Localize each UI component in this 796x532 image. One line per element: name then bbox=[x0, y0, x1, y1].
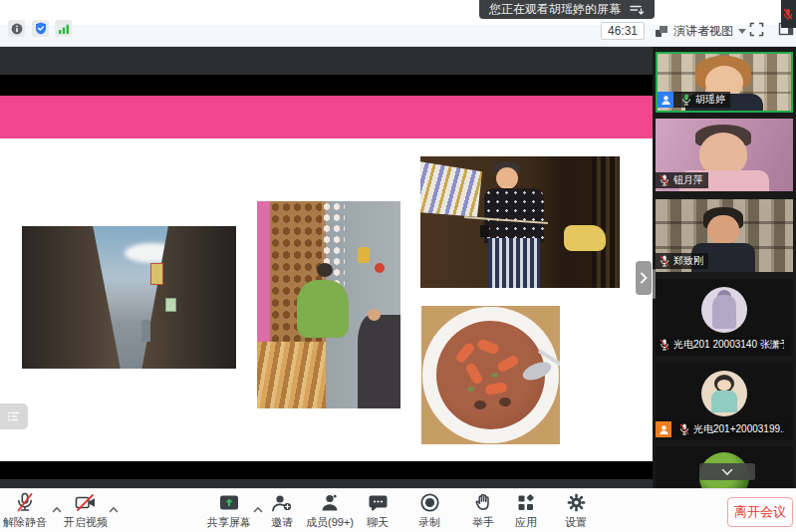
member-badge bbox=[656, 421, 671, 437]
photo-soup-mushroom bbox=[499, 398, 511, 406]
gear-icon bbox=[566, 492, 587, 513]
mic-muted-icon bbox=[660, 174, 669, 186]
participant-name-bar: 胡瑶婷 bbox=[658, 92, 730, 108]
leave-meeting-button[interactable]: 离开会议 bbox=[727, 497, 793, 527]
avatar-figure bbox=[711, 391, 737, 412]
photo-market-flutes bbox=[257, 342, 326, 408]
fullscreen-icon bbox=[749, 22, 764, 37]
person-icon bbox=[661, 95, 671, 106]
members-button[interactable]: 成员(99+) bbox=[306, 492, 354, 530]
avatar bbox=[701, 287, 747, 333]
scroll-participants-down-button[interactable] bbox=[699, 463, 755, 480]
chevron-right-icon bbox=[640, 272, 648, 284]
chevron-down-icon bbox=[738, 29, 746, 34]
mic-muted-icon bbox=[660, 339, 669, 351]
photo-market-vendor bbox=[297, 280, 349, 338]
unmute-button[interactable]: 解除静音 bbox=[3, 492, 47, 530]
photo-scale-woman-apron bbox=[488, 238, 540, 288]
meeting-app-window: 46:31 演讲者视图 您正在观看胡瑶婷的屏幕 bbox=[0, 0, 796, 532]
avatar-figure bbox=[717, 380, 731, 391]
screen-share-banner-text: 您正在观看胡瑶婷的屏幕 bbox=[489, 1, 621, 18]
shield-icon bbox=[35, 22, 47, 35]
meeting-top-toolbar: 46:31 演讲者视图 bbox=[0, 25, 796, 47]
photo-scale-woman-head bbox=[496, 167, 518, 189]
collapse-menu-icon[interactable] bbox=[630, 4, 645, 16]
network-quality-button[interactable] bbox=[55, 20, 72, 37]
mic-muted-icon bbox=[783, 8, 793, 21]
layout-icon bbox=[655, 25, 668, 38]
meeting-info-button[interactable] bbox=[8, 20, 25, 37]
shared-slide bbox=[0, 96, 653, 461]
start-video-button[interactable]: 开启视频 bbox=[64, 492, 108, 530]
floating-mini-window[interactable] bbox=[781, 0, 796, 28]
photo-market-red-lantern bbox=[375, 263, 385, 273]
chat-icon bbox=[368, 493, 389, 513]
participant-tile-zhengzhigang[interactable]: 郑致刚 bbox=[656, 199, 793, 272]
apps-grid-icon bbox=[516, 493, 536, 513]
share-options-chevron[interactable] bbox=[253, 499, 263, 517]
photo-street-flag bbox=[150, 263, 163, 285]
photo-scale-bag bbox=[564, 225, 606, 251]
record-button[interactable]: 录制 bbox=[418, 492, 440, 530]
network-signal-icon bbox=[58, 23, 70, 35]
participant-name-bar: 光电201 20003140 张潇予 bbox=[656, 337, 789, 353]
photo-soup-scallion bbox=[467, 387, 474, 392]
avatar bbox=[701, 371, 747, 416]
slide-pink-title-bar bbox=[0, 96, 653, 138]
person-icon bbox=[659, 424, 669, 435]
host-badge bbox=[658, 92, 673, 108]
share-screen-button[interactable]: 共享屏幕 bbox=[207, 492, 251, 530]
photo-shop-scale bbox=[420, 156, 620, 288]
share-screen-icon bbox=[218, 493, 240, 513]
shared-screen-stage bbox=[0, 47, 653, 488]
photo-market-lantern bbox=[358, 247, 370, 263]
shared-slide-letterbox bbox=[0, 75, 653, 479]
photo-market-crowd bbox=[358, 315, 400, 408]
meeting-timer: 46:31 bbox=[601, 22, 645, 40]
record-icon bbox=[419, 492, 440, 513]
info-icon bbox=[11, 23, 23, 35]
participant-name: 钮月萍 bbox=[673, 173, 703, 187]
chat-button[interactable]: 聊天 bbox=[367, 492, 389, 530]
video-options-chevron[interactable] bbox=[109, 499, 119, 517]
raise-hand-icon bbox=[473, 492, 493, 513]
members-icon bbox=[320, 493, 340, 513]
participant-tile-niuyueping[interactable]: 钮月萍 bbox=[656, 119, 793, 191]
camera-off-icon bbox=[74, 492, 98, 513]
participants-sidebar: 胡瑶婷 钮月萍 bbox=[653, 47, 796, 488]
meeting-bottom-toolbar: 解除静音 开启视频 共享屏 bbox=[0, 488, 796, 532]
list-icon bbox=[7, 410, 21, 422]
raise-hand-button[interactable]: 举手 bbox=[472, 492, 494, 530]
participant-tile-huyaoting[interactable]: 胡瑶婷 bbox=[656, 52, 793, 113]
avatar-figure bbox=[712, 295, 736, 329]
photo-scale-shelf bbox=[592, 156, 620, 288]
mic-muted-icon bbox=[14, 492, 36, 513]
participant-figure bbox=[707, 215, 739, 245]
photo-soup-scallion bbox=[491, 373, 498, 378]
security-shield-button[interactable] bbox=[32, 20, 49, 37]
photo-street-sign bbox=[165, 298, 176, 312]
invite-person-icon bbox=[271, 493, 293, 513]
participant-name-bar: 光电201+20003199... bbox=[656, 421, 789, 437]
photo-market-crowd-head bbox=[368, 309, 381, 321]
photo-noodle-soup bbox=[421, 306, 560, 444]
photo-soup-mushroom bbox=[474, 400, 486, 409]
fullscreen-button[interactable] bbox=[749, 22, 764, 41]
chevron-down-icon bbox=[721, 468, 733, 476]
mic-muted-icon bbox=[679, 423, 689, 435]
invite-button[interactable]: 邀请 bbox=[271, 492, 293, 530]
participant-name: 光电201+20003199... bbox=[693, 422, 784, 436]
audio-options-chevron[interactable] bbox=[52, 499, 62, 517]
slide-list-toggle-tab[interactable] bbox=[0, 403, 28, 429]
view-mode-button[interactable]: 演讲者视图 bbox=[655, 22, 746, 40]
participant-name: 郑致刚 bbox=[673, 254, 703, 268]
photo-scale-weight bbox=[480, 225, 489, 237]
next-slide-button[interactable] bbox=[636, 261, 652, 295]
participant-tile-guangdian201[interactable]: 光电201+20003199... bbox=[656, 363, 793, 440]
photo-scale-awning bbox=[420, 161, 482, 216]
participant-name-bar: 钮月萍 bbox=[656, 172, 708, 188]
settings-button[interactable]: 设置 bbox=[565, 492, 587, 530]
apps-button[interactable]: 应用 bbox=[515, 492, 537, 530]
participant-name-bar: 郑致刚 bbox=[656, 253, 708, 269]
participant-tile-zhangxiaoyu[interactable]: 光电201 20003140 张潇予 bbox=[656, 279, 793, 356]
